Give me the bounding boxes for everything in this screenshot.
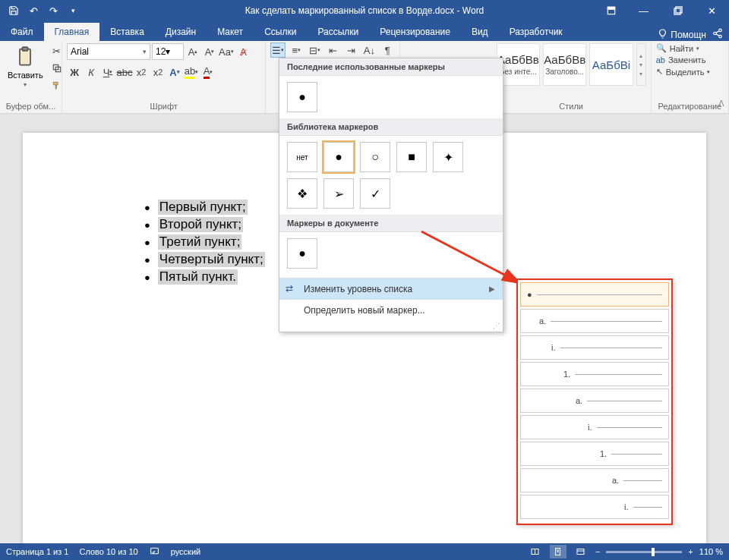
search-icon: 🔍 — [656, 43, 667, 53]
level-2[interactable]: a. — [520, 309, 669, 333]
grow-font-icon[interactable]: A▴ — [185, 44, 200, 59]
level-6[interactable]: i. — [520, 415, 669, 439]
zoom-level[interactable]: 110 % — [699, 547, 723, 556]
language-indicator[interactable]: русский — [171, 547, 200, 556]
styles-more-icon[interactable]: ▾ — [639, 71, 642, 77]
close-icon[interactable]: ✕ — [695, 0, 729, 21]
tab-review[interactable]: Рецензирование — [369, 23, 461, 41]
undo-icon[interactable]: ↶ — [27, 5, 39, 17]
word-count[interactable]: Слово 10 из 10 — [79, 547, 137, 556]
page-indicator[interactable]: Страница 1 из 1 — [6, 547, 68, 556]
save-icon[interactable] — [8, 5, 20, 17]
group-editing-label: Редактирование — [656, 100, 724, 112]
level-9[interactable]: i. — [520, 495, 669, 519]
zoom-slider[interactable] — [606, 551, 682, 553]
bullet-option-4diamond[interactable]: ✦ — [433, 142, 463, 172]
define-new-bullet[interactable]: Определить новый маркер... — [279, 300, 503, 321]
bullet-option-arrow[interactable]: ➢ — [323, 178, 354, 209]
highlight-icon[interactable]: ab▾ — [184, 64, 199, 80]
shrink-font-icon[interactable]: A▾ — [202, 44, 217, 59]
tab-mailings[interactable]: Рассылки — [307, 23, 369, 41]
bullet-option-check[interactable]: ✓ — [360, 178, 390, 209]
multilevel-button[interactable]: ⊟▾ — [307, 42, 322, 58]
bullet-option-disc[interactable]: ● — [323, 142, 354, 172]
read-mode-icon[interactable] — [527, 545, 544, 558]
redo-icon[interactable]: ↷ — [47, 5, 59, 17]
numbering-button[interactable]: ≡▾ — [289, 42, 304, 58]
tab-insert[interactable]: Вставка — [99, 23, 155, 41]
show-marks-icon[interactable]: ¶ — [380, 42, 395, 58]
ribbon-options-icon[interactable] — [596, 0, 626, 21]
bullets-dropdown: Последние использованные маркеры ● Библи… — [279, 58, 503, 332]
level-7[interactable]: 1. — [520, 442, 669, 466]
tab-design[interactable]: Дизайн — [155, 23, 207, 41]
list-item[interactable]: ●Третий пункт; — [144, 234, 265, 250]
paste-button[interactable]: Вставить ▾ — [5, 43, 46, 90]
bullet-option-none[interactable]: нет — [287, 142, 317, 172]
list-item[interactable]: ●Второй пункт; — [144, 217, 265, 232]
decrease-indent-icon[interactable]: ⇤ — [325, 42, 340, 58]
dd-indoc-body: ● — [279, 232, 503, 275]
bullet-option-square[interactable]: ■ — [396, 142, 427, 172]
font-size-value: 12 — [156, 46, 166, 57]
sort-icon[interactable]: A↓ — [361, 42, 377, 58]
svg-line-7 — [716, 31, 719, 33]
list-item[interactable]: ●Пятый пункт. — [144, 269, 265, 285]
tab-developer[interactable]: Разработчик — [499, 23, 573, 41]
level-5[interactable]: a. — [520, 389, 669, 413]
change-list-level[interactable]: ⇄ Изменить уровень списка ▶ — [279, 278, 503, 300]
bullet-option-circle[interactable]: ○ — [360, 142, 390, 172]
superscript-button[interactable]: x2 — [150, 64, 166, 80]
subscript-button[interactable]: x2 — [134, 64, 149, 80]
find-button[interactable]: 🔍Найти▾ — [656, 43, 699, 53]
change-list-level-label: Изменить уровень списка — [304, 284, 412, 294]
bullets-button[interactable]: ☰▾ — [270, 42, 286, 58]
maximize-icon[interactable] — [661, 0, 695, 21]
tab-file[interactable]: Файл — [0, 23, 44, 41]
bullet-option-disc[interactable]: ● — [287, 238, 317, 269]
increase-indent-icon[interactable]: ⇥ — [343, 42, 358, 58]
font-color-icon[interactable]: A▾ — [200, 64, 216, 80]
styles-down-icon[interactable]: ▾ — [639, 61, 642, 68]
web-layout-icon[interactable] — [573, 545, 589, 558]
tab-layout[interactable]: Макет — [207, 23, 254, 41]
resize-grip-icon[interactable]: ⋰ — [279, 321, 503, 332]
tab-references[interactable]: Ссылки — [254, 23, 307, 41]
font-name-combo[interactable]: Arial▾ — [67, 43, 150, 60]
styles-up-icon[interactable]: ▴ — [639, 52, 642, 59]
change-case-icon[interactable]: Aa▾ — [219, 44, 234, 59]
strikethrough-button[interactable]: abc — [117, 64, 132, 80]
bullet-option-diamonds[interactable]: ❖ — [287, 178, 317, 209]
clear-formatting-icon[interactable]: A̷ — [235, 44, 251, 59]
chevron-right-icon: ▶ — [489, 285, 495, 293]
replace-button[interactable]: abЗаменить — [656, 55, 706, 64]
tell-me[interactable]: Помощн — [658, 29, 706, 41]
style-heading2[interactable]: АаБбВі — [589, 43, 633, 86]
tab-view[interactable]: Вид — [461, 23, 499, 41]
bullet-option-disc[interactable]: ● — [287, 82, 317, 112]
text-effects-icon[interactable]: A▾ — [167, 64, 182, 80]
style-heading[interactable]: АаБбВвЗаголово... — [543, 43, 586, 86]
collapse-ribbon-icon[interactable]: ᐱ — [718, 99, 724, 109]
qat-customize-icon[interactable]: ▾ — [67, 5, 79, 17]
group-styles: АаБбВвБез инте... АаБбВвЗаголово... АаБб… — [492, 41, 652, 113]
level-3[interactable]: i. — [520, 335, 669, 360]
italic-button[interactable]: К — [84, 64, 99, 80]
underline-button[interactable]: Ч▾ — [100, 64, 115, 80]
level-4[interactable]: 1. — [520, 362, 669, 386]
list-item[interactable]: ●Четвертый пункт; — [144, 252, 265, 267]
font-size-combo[interactable]: 12▾ — [152, 43, 184, 60]
tab-home[interactable]: Главная — [44, 23, 100, 41]
level-1[interactable]: ● — [520, 282, 669, 307]
spellcheck-icon[interactable] — [149, 546, 160, 558]
print-layout-icon[interactable] — [550, 545, 566, 558]
list-item[interactable]: ●Первый пункт; — [144, 200, 265, 215]
zoom-in-icon[interactable]: + — [688, 547, 693, 556]
minimize-icon[interactable]: — — [626, 0, 661, 21]
level-8[interactable]: a. — [520, 468, 669, 492]
bold-button[interactable]: Ж — [67, 64, 82, 80]
share-icon[interactable] — [712, 28, 723, 41]
select-button[interactable]: ↖Выделить▾ — [656, 67, 711, 77]
zoom-out-icon[interactable]: − — [595, 547, 600, 556]
dd-recent-body: ● — [279, 76, 503, 118]
